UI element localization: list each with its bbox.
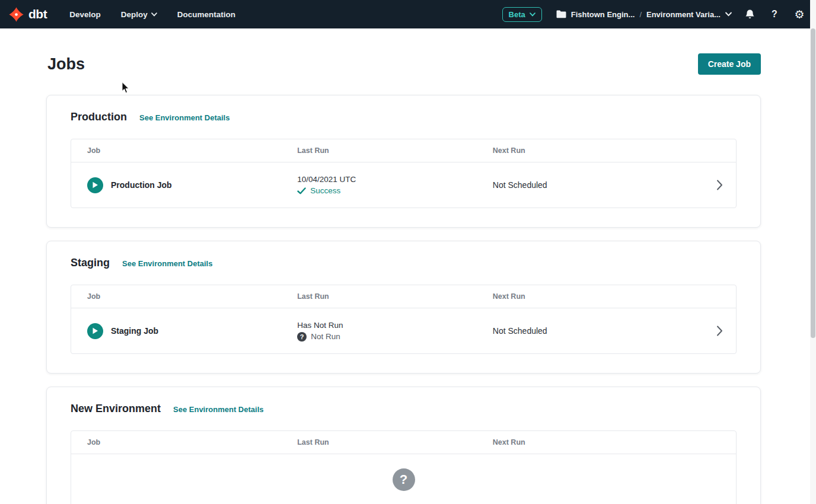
gear-icon: ⚙	[794, 9, 804, 20]
last-run-date: 10/04/2021 UTC	[297, 175, 477, 184]
environment-name: Production	[71, 111, 127, 123]
nav-item-deploy-label: Deploy	[121, 10, 148, 19]
help-button[interactable]: ?	[767, 7, 782, 21]
dbt-logo[interactable]: dbt	[8, 7, 47, 23]
notifications-button[interactable]	[742, 7, 757, 21]
see-environment-details-link[interactable]: See Environment Details	[139, 113, 230, 122]
last-run-date: Has Not Run	[297, 321, 477, 330]
breadcrumb-account[interactable]: Fishtown Engin...	[571, 10, 635, 19]
folder-icon	[556, 10, 566, 18]
table-header-row: Job Last Run Next Run	[71, 285, 736, 308]
nav-item-deploy[interactable]: Deploy	[121, 10, 157, 19]
column-header-next-run: Next Run	[477, 438, 703, 446]
nav-item-develop[interactable]: Develop	[69, 10, 101, 19]
nav-item-develop-label: Develop	[69, 10, 101, 19]
chevron-down-icon	[151, 12, 157, 17]
column-header-job: Job	[71, 438, 281, 446]
column-header-last-run: Last Run	[281, 438, 477, 446]
beta-badge[interactable]: Beta	[502, 7, 542, 22]
column-header-last-run: Last Run	[281, 292, 477, 301]
environment-name: Staging	[71, 257, 110, 269]
chevron-down-icon	[530, 12, 536, 17]
nav-item-documentation-label: Documentation	[177, 10, 235, 19]
environment-card-new-environment: New Environment See Environment Details …	[46, 387, 761, 504]
empty-jobs-area: ?	[71, 454, 736, 504]
jobs-table: Job Last Run Next Run Staging Job Has No…	[71, 285, 737, 354]
breadcrumb-separator: /	[639, 10, 642, 19]
beta-badge-label: Beta	[509, 10, 525, 19]
column-header-job: Job	[71, 146, 281, 155]
last-run-status: Not Run	[311, 332, 340, 341]
bell-icon	[745, 9, 755, 20]
run-job-button[interactable]	[87, 177, 103, 193]
next-run-value: Not Scheduled	[477, 180, 703, 190]
job-name: Production Job	[111, 180, 172, 190]
column-header-job: Job	[71, 292, 281, 301]
job-row-staging-job[interactable]: Staging Job Has Not Run ? Not Run Not Sc…	[71, 308, 736, 353]
breadcrumb-project[interactable]: Environment Varia...	[646, 10, 721, 19]
table-header-row: Job Last Run Next Run	[71, 431, 736, 454]
jobs-table: Job Last Run Next Run Production Job 10/…	[71, 139, 737, 208]
top-navbar: dbt Develop Deploy Documentation Beta	[0, 0, 816, 28]
breadcrumb: Fishtown Engin... / Environment Varia...	[556, 10, 732, 19]
jobs-page: Jobs Create Job Production See Environme…	[0, 28, 770, 504]
job-name: Staging Job	[111, 326, 158, 336]
dbt-logo-icon	[8, 7, 24, 23]
column-header-last-run: Last Run	[281, 146, 477, 155]
last-run-status: Success	[310, 186, 340, 195]
main-nav: Develop Deploy Documentation	[69, 10, 235, 19]
environment-name: New Environment	[71, 403, 161, 415]
environment-card-staging: Staging See Environment Details Job Last…	[46, 241, 761, 374]
scrollbar-track[interactable]	[810, 0, 816, 504]
page-title: Jobs	[46, 55, 85, 74]
table-header-row: Job Last Run Next Run	[71, 139, 736, 162]
create-job-button[interactable]: Create Job	[698, 53, 761, 75]
brand-text: dbt	[28, 7, 47, 21]
chevron-right-icon[interactable]	[703, 326, 736, 336]
next-run-value: Not Scheduled	[477, 326, 703, 336]
settings-button[interactable]: ⚙	[792, 7, 807, 21]
play-icon	[92, 327, 98, 334]
jobs-table: Job Last Run Next Run ?	[71, 430, 737, 504]
see-environment-details-link[interactable]: See Environment Details	[173, 405, 263, 414]
chevron-right-icon[interactable]	[703, 180, 736, 190]
nav-item-documentation[interactable]: Documentation	[177, 10, 235, 19]
see-environment-details-link[interactable]: See Environment Details	[122, 259, 212, 268]
column-header-next-run: Next Run	[477, 146, 703, 155]
empty-state-question-icon: ?	[393, 468, 415, 491]
environment-card-production: Production See Environment Details Job L…	[46, 95, 761, 228]
not-run-question-icon: ?	[297, 332, 307, 342]
job-row-production-job[interactable]: Production Job 10/04/2021 UTC Success No…	[71, 162, 736, 208]
play-icon	[92, 181, 98, 189]
column-header-next-run: Next Run	[477, 292, 703, 301]
success-check-icon	[297, 187, 306, 194]
scrollbar-thumb[interactable]	[811, 28, 815, 338]
question-mark-icon: ?	[772, 9, 777, 20]
chevron-down-icon[interactable]	[725, 12, 732, 17]
run-job-button[interactable]	[87, 323, 103, 339]
